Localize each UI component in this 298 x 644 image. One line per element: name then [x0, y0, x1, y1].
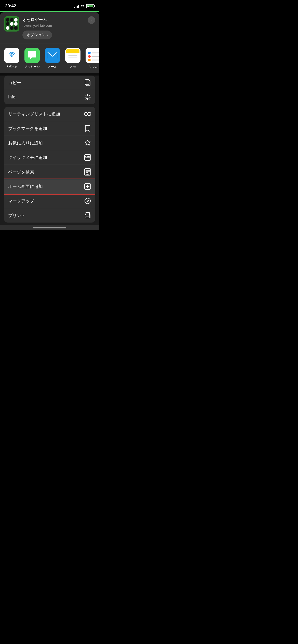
battery-icon: 80: [86, 4, 94, 8]
add-home-icon: [84, 183, 91, 190]
add-home-item[interactable]: ホーム画面に追加: [4, 179, 95, 194]
markup-label: マークアップ: [8, 198, 34, 204]
site-url: reversi.yuki-lab.com: [22, 24, 52, 27]
info-item[interactable]: Info: [4, 90, 95, 104]
favorites-label: お気に入りに追加: [8, 140, 43, 146]
svg-point-27: [88, 55, 91, 58]
svg-line-39: [89, 98, 90, 99]
bookmark-item[interactable]: ブックマークを追加: [4, 121, 95, 136]
notes-label: メモ: [70, 65, 76, 69]
messages-label: メッセージ: [24, 65, 40, 69]
add-home-label: ホーム画面に追加: [8, 184, 43, 189]
share-header-left: オセロゲーム reversi.yuki-lab.com オプション ›: [4, 16, 52, 39]
share-header: オセロゲーム reversi.yuki-lab.com オプション › ×: [0, 12, 99, 43]
svg-point-8: [6, 22, 9, 26]
app-item-notes[interactable]: メモ: [65, 48, 80, 69]
quick-note-icon: [84, 154, 91, 161]
app-row-container[interactable]: AirDrop メッセージ: [0, 44, 99, 73]
find-page-icon: [84, 168, 91, 175]
svg-point-12: [14, 22, 18, 26]
share-sheet: オセロゲーム reversi.yuki-lab.com オプション › ×: [0, 12, 99, 230]
favorites-item[interactable]: お気に入りに追加: [4, 136, 95, 150]
svg-line-40: [89, 95, 90, 96]
bookmark-icon: [84, 125, 91, 132]
notes-icon: [65, 48, 80, 63]
quick-note-label: クイックメモに追加: [8, 155, 47, 160]
copy-item[interactable]: コピー: [4, 76, 95, 90]
site-title: オセロゲーム: [22, 17, 52, 23]
options-button[interactable]: オプション ›: [22, 31, 52, 39]
status-time: 20:42: [5, 4, 16, 9]
svg-point-9: [14, 26, 18, 30]
svg-line-38: [86, 95, 87, 96]
svg-point-10: [10, 26, 13, 30]
menu-group-1: コピー Info: [4, 76, 95, 104]
svg-rect-21: [66, 51, 79, 53]
svg-rect-33: [85, 80, 89, 85]
info-icon: [84, 94, 91, 101]
mail-icon: [45, 48, 60, 63]
svg-rect-60: [86, 216, 89, 218]
svg-point-14: [10, 22, 13, 26]
markup-icon: [84, 197, 91, 204]
close-button[interactable]: ×: [88, 16, 95, 24]
svg-point-42: [84, 112, 88, 115]
svg-point-56: [85, 198, 90, 204]
site-info: オセロゲーム reversi.yuki-lab.com オプション ›: [22, 16, 52, 39]
svg-rect-45: [85, 154, 91, 160]
svg-point-6: [6, 18, 9, 22]
svg-point-7: [10, 18, 13, 22]
find-page-item[interactable]: ページを検索: [4, 165, 95, 179]
quick-note-item[interactable]: クイックメモに追加: [4, 150, 95, 165]
print-label: プリント: [8, 213, 25, 218]
svg-point-16: [11, 55, 12, 57]
svg-point-61: [89, 215, 90, 216]
svg-point-13: [6, 26, 9, 30]
wifi-icon: [80, 4, 85, 8]
find-page-label: ページを検索: [8, 169, 34, 175]
copy-icon: [84, 79, 91, 86]
home-bar: [33, 227, 66, 228]
airdrop-label: AirDrop: [7, 65, 17, 68]
app-item-reminders[interactable]: リマ...: [86, 48, 99, 69]
reading-list-icon: [84, 110, 91, 118]
app-item-mail[interactable]: メール: [45, 48, 60, 69]
signal-icon: [74, 5, 79, 8]
home-indicator-area: [0, 225, 99, 230]
airdrop-icon: [4, 48, 19, 63]
reminders-icon: [86, 48, 99, 63]
app-item-messages[interactable]: メッセージ: [24, 48, 40, 69]
status-bar: 20:42 80: [0, 0, 99, 11]
copy-label: コピー: [8, 80, 21, 86]
markup-item[interactable]: マークアップ: [4, 194, 95, 208]
favorites-icon: [84, 139, 91, 147]
svg-rect-17: [48, 52, 57, 59]
reading-list-item[interactable]: リーディングリストに追加: [4, 107, 95, 121]
print-icon: [84, 212, 91, 219]
svg-point-26: [88, 52, 91, 54]
status-icons: 80: [74, 4, 94, 8]
svg-point-28: [88, 59, 91, 61]
reminders-label: リマ...: [89, 65, 98, 69]
svg-point-43: [88, 112, 91, 115]
mail-label: メール: [48, 65, 57, 69]
reading-list-label: リーディングリストに追加: [8, 111, 60, 117]
print-item[interactable]: プリント: [4, 208, 95, 223]
svg-line-41: [86, 98, 87, 99]
app-item-airdrop[interactable]: AirDrop: [4, 48, 19, 68]
messages-icon: [24, 48, 40, 63]
svg-point-11: [14, 18, 18, 22]
section-gap-1: [0, 73, 99, 76]
site-icon: [4, 16, 19, 32]
info-label: Info: [8, 95, 15, 100]
bookmark-label: ブックマークを追加: [8, 126, 47, 131]
svg-rect-59: [86, 212, 89, 215]
svg-rect-25: [86, 48, 99, 63]
app-row: AirDrop メッセージ: [4, 48, 95, 69]
menu-group-2: リーディングリストに追加 ブックマークを追加 お気に入りに追加: [4, 107, 95, 223]
